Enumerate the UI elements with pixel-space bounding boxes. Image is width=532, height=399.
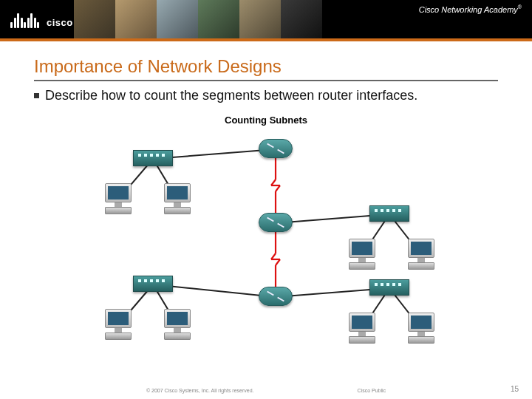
svg-line-6	[271, 180, 276, 185]
serial-link-icon	[270, 149, 281, 222]
workstation-icon	[347, 239, 377, 270]
svg-line-3	[276, 259, 280, 265]
slide-title: Importance of Network Designs	[34, 56, 498, 81]
workstation-icon	[163, 183, 192, 214]
svg-line-1	[271, 253, 276, 259]
header-bar: cisco Cisco Networking Academy®	[0, 0, 532, 38]
footer-copyright: © 2007 Cisco Systems, Inc. All rights re…	[146, 388, 254, 393]
footer-classification: Cisco Public	[358, 388, 386, 393]
bullet-row: Describe how to count the segments betwe…	[34, 87, 498, 104]
router-icon	[259, 287, 293, 306]
workstation-icon	[103, 183, 133, 214]
cisco-logo: cisco	[10, 10, 73, 28]
header-tagline: Cisco Networking Academy®	[419, 4, 522, 14]
diagram-title: Counting Subnets	[34, 115, 498, 126]
switch-icon	[133, 150, 173, 166]
serial-link-icon	[270, 222, 281, 296]
bullet-text: Describe how to count the segments betwe…	[45, 87, 417, 104]
workstation-icon	[406, 313, 436, 344]
svg-line-8	[276, 185, 280, 191]
workstation-icon	[406, 239, 436, 270]
network-diagram	[74, 132, 458, 346]
switch-icon	[133, 276, 173, 292]
router-icon	[259, 213, 293, 232]
switch-icon	[369, 279, 409, 296]
brand-text: cisco	[47, 17, 73, 28]
footer: © 2007 Cisco Systems, Inc. All rights re…	[0, 388, 532, 393]
workstation-icon	[103, 309, 133, 340]
workstation-icon	[347, 313, 377, 344]
cisco-bridge-icon	[10, 10, 39, 28]
workstation-icon	[163, 309, 192, 340]
router-icon	[259, 139, 293, 158]
bullet-icon	[34, 93, 39, 98]
switch-icon	[369, 205, 409, 222]
header-photo-strip	[74, 0, 322, 38]
page-number: 15	[511, 385, 519, 393]
